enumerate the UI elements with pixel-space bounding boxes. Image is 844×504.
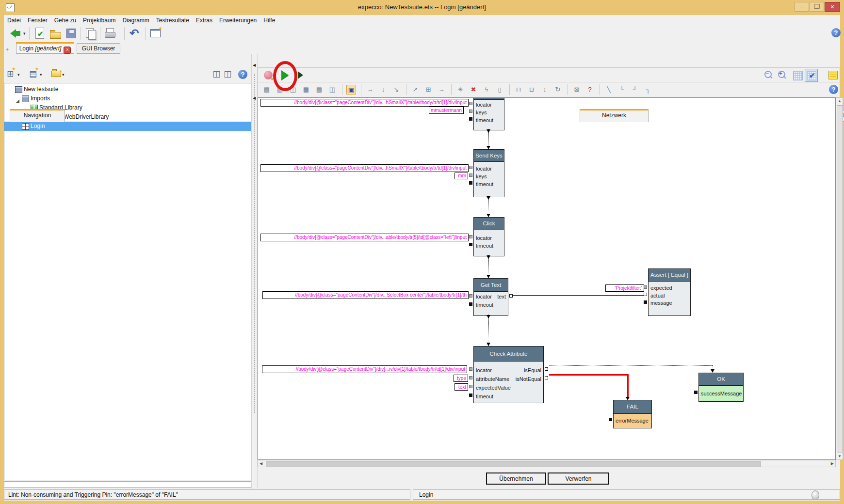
scroll-left-icon[interactable]: ◀ [260, 461, 262, 466]
data-connection[interactable] [512, 295, 644, 296]
project-tree[interactable]: NewTestsuite◢Imports▷Standard Library▷Se… [4, 83, 251, 480]
input-pin[interactable] [469, 302, 472, 306]
input-value-box[interactable]: 'Projektfilter:' [605, 284, 644, 292]
output-pin[interactable] [545, 376, 548, 379]
scroll-up-icon[interactable]: ▲ [838, 99, 842, 103]
tree-item-newtestsuite[interactable]: NewTestsuite [4, 85, 251, 94]
pin-rotate-icon[interactable]: ↻ [553, 85, 563, 94]
input-pin[interactable] [469, 102, 472, 105]
layout-window-top-icon[interactable]: ▥ [275, 85, 285, 94]
delete-element-icon[interactable]: ✖ [469, 85, 478, 94]
open-file-icon[interactable] [49, 27, 62, 40]
menu-datei[interactable]: Datei [4, 16, 24, 25]
input-pin[interactable] [469, 294, 472, 298]
close-tab-icon[interactable]: × [64, 47, 71, 54]
input-pin[interactable] [469, 166, 472, 169]
zoom-in-icon[interactable]: + [777, 70, 787, 80]
window-refresh-icon[interactable] [149, 27, 162, 40]
horizontal-scroll-thumb[interactable] [266, 461, 761, 467]
zoom-out-icon[interactable]: − [763, 70, 774, 80]
apply-button[interactable]: Übernehmen [486, 472, 546, 485]
grid-snap-button[interactable] [805, 69, 818, 82]
layout-columns-icon[interactable]: ◫ [327, 85, 337, 94]
back-dropdown-icon[interactable]: ▾ [23, 31, 26, 36]
scroll-down-icon[interactable]: ▼ [838, 454, 842, 458]
scroll-right-icon[interactable]: ▶ [831, 461, 834, 466]
menu-projektbaum[interactable]: Projektbaum [80, 16, 119, 25]
layout-window-bottom-icon[interactable]: ▤ [262, 85, 272, 94]
vertical-scroll-thumb[interactable] [837, 105, 843, 453]
input-pin[interactable] [694, 391, 698, 394]
pin-vertical-icon[interactable]: ↕ [540, 85, 550, 94]
node-send-keys[interactable]: Send Keyslocatorkeystimeout [473, 149, 504, 197]
grid-icon[interactable] [793, 71, 803, 80]
insert-corner-icon[interactable]: ↘ [391, 85, 401, 94]
forward-icon[interactable]: → [437, 85, 446, 94]
add-connection-icon[interactable]: ↗ [410, 85, 420, 94]
undo-icon[interactable]: ↶ [128, 27, 141, 40]
horizontal-scrollbar[interactable]: ◀▶ [258, 460, 836, 467]
input-value-box[interactable]: //body/div[@class="pageContentDiv"]/div.… [262, 291, 469, 299]
ok-connection-drop[interactable] [713, 365, 713, 369]
input-value-box[interactable]: //body/div[@class="pageContentDiv"]/div.… [260, 99, 469, 107]
input-value-box[interactable]: text [454, 383, 468, 391]
route-diagonal-icon[interactable]: ╲ [604, 85, 614, 94]
node-get-text[interactable]: Get Textlocatortexttimeout [473, 278, 508, 316]
add-frame-icon[interactable]: ⊞ [423, 85, 433, 94]
delete-pin-icon[interactable]: ⊠ [572, 85, 582, 94]
panel-left-icon[interactable]: ◫ [212, 69, 220, 79]
unknown-pin-icon[interactable]: ? [585, 85, 595, 94]
new-trigger-icon[interactable]: ϟ [482, 85, 491, 94]
input-pin[interactable] [469, 235, 472, 238]
node-ok[interactable]: OKsuccessMessage [698, 373, 744, 402]
layout-chart-icon[interactable]: ▦ [301, 85, 311, 94]
panel-splitter[interactable]: ◀ ◀ [251, 54, 258, 488]
input-pin[interactable] [469, 385, 472, 388]
output-pin[interactable] [545, 367, 548, 371]
network-canvas[interactable]: locatorkeystimeoutSend Keyslocatorkeysti… [258, 97, 836, 460]
pin-top-icon[interactable]: ⊓ [514, 85, 523, 94]
new-folder-icon[interactable] [51, 71, 61, 77]
add-tab-icon[interactable]: + [5, 46, 9, 53]
title-bar[interactable]: expecco: NewTestsuite.ets -- Login [geän… [0, 0, 844, 15]
input-pin[interactable] [469, 181, 472, 185]
node-sendkeys-top[interactable]: locatorkeystimeout [473, 97, 504, 130]
add-block-icon[interactable]: ▣ [346, 85, 356, 94]
input-value-box[interactable]: mm [454, 173, 468, 179]
menu-gehe-zu[interactable]: Gehe zu [51, 16, 80, 25]
close-button[interactable]: × [825, 2, 840, 12]
menu-extras[interactable]: Extras [193, 16, 216, 25]
insert-below-icon[interactable]: ↓ [378, 85, 388, 94]
run-icon[interactable] [281, 70, 289, 80]
minimize-button[interactable]: – [795, 2, 809, 12]
debug-icon[interactable] [298, 71, 303, 79]
input-pin[interactable] [644, 285, 647, 289]
node-assert-equal[interactable]: Assert [ Equal ]expectedactualmessage [648, 268, 691, 316]
new-item-icon-dropdown[interactable]: ▾ [40, 72, 42, 77]
new-window-icon[interactable] [84, 27, 97, 40]
tab-navigation[interactable]: Navigation [10, 109, 65, 122]
help-icon[interactable]: ? [238, 70, 247, 79]
print-icon[interactable] [104, 27, 116, 40]
route-ortho-icon[interactable]: ┐ [643, 85, 653, 94]
input-value-box[interactable]: mmustermann [429, 107, 464, 114]
insert-right-icon[interactable]: → [365, 85, 375, 94]
new-page-icon[interactable]: ▯ [495, 85, 504, 94]
input-pin[interactable] [469, 243, 472, 246]
menu-erweiterungen[interactable]: Erweiterungen [216, 16, 260, 25]
input-value-box[interactable]: //body/div[@class="pageContentDiv"]/div[… [262, 365, 467, 373]
input-pin[interactable] [469, 117, 472, 121]
input-pin[interactable] [469, 110, 472, 113]
abort-icon[interactable] [264, 71, 273, 79]
input-pin[interactable] [469, 394, 472, 397]
input-value-box[interactable]: //body/div[@class="pageContentDiv"]/div.… [260, 234, 469, 241]
new-view-icon-dropdown[interactable]: ▾ [17, 72, 20, 77]
tree-item-imports[interactable]: ◢Imports [4, 94, 251, 103]
doc-tab-gui-browser[interactable]: GUI Browser [77, 43, 120, 54]
panel-split-icon[interactable]: ◫ [224, 69, 231, 79]
back-icon[interactable] [10, 27, 22, 40]
input-pin[interactable] [609, 418, 612, 421]
new-folder-icon-dropdown[interactable]: ▾ [62, 72, 65, 77]
resize-grip-icon[interactable] [812, 490, 819, 500]
discard-button[interactable]: Verwerfen [548, 472, 609, 485]
